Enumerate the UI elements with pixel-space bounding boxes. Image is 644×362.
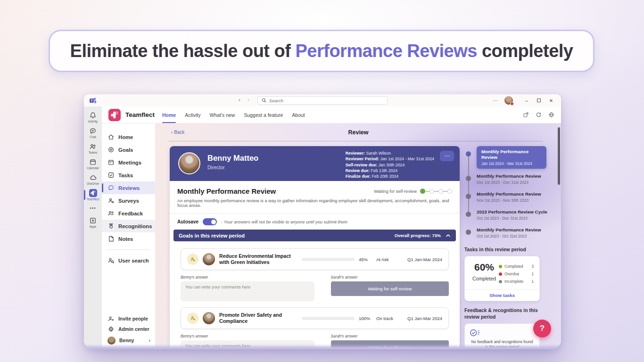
hero-text-after: completely	[482, 41, 573, 61]
teamflect-logo-icon	[108, 109, 121, 121]
goal-progress-bar	[302, 258, 355, 261]
invite-people-button[interactable]: Invite people	[102, 313, 155, 324]
meta-self-review-due: Self-review due: Jan 30th 2024	[346, 162, 434, 168]
home-icon	[107, 133, 115, 140]
sidebar-item-tasks[interactable]: Tasks	[102, 169, 155, 181]
search-bar[interactable]	[257, 96, 388, 105]
show-tasks-link[interactable]: Show tasks	[465, 289, 539, 301]
review-card: Benny Matteo Director Reviewer: Sarah Wi…	[170, 146, 460, 349]
app-header: Teamflect Home Activity What's new Sugge…	[102, 107, 561, 123]
timeline-item[interactable]: Monthly Performance Review Jan 1st 2024 …	[477, 146, 561, 169]
goal-answers: Benny's answer You can write your commen…	[181, 332, 449, 349]
tab-home[interactable]: Home	[162, 107, 176, 123]
app-tabs: Home Activity What's new Suggest a featu…	[162, 107, 305, 123]
goals-section-header[interactable]: Goals in this review period Overall prog…	[173, 230, 456, 241]
review-meta: Reviewer: Sarah Wilson Reviewer Period: …	[346, 150, 434, 179]
sidebar-item-meetings[interactable]: Meetings	[102, 156, 155, 169]
chevron-up-icon[interactable]	[446, 234, 451, 238]
nav-forward-icon[interactable]: ›	[248, 97, 249, 103]
sidebar-item-home[interactable]: Home	[102, 131, 155, 143]
stage-dot-3	[438, 189, 443, 194]
sidebar-item-user-search[interactable]: User search	[102, 254, 155, 267]
teams-logo-icon: T	[89, 97, 97, 104]
reviewer-answer-label: Sarah's answer	[331, 334, 449, 338]
goal-row[interactable]: Reduce Environmental Impact with Green I…	[181, 248, 449, 270]
feedback-empty-text: No feedback and recognitions found in th…	[470, 339, 535, 349]
tab-about[interactable]: About	[292, 107, 305, 123]
sidebar-item-reviews[interactable]: Reviews	[102, 181, 155, 194]
review-stage-indicator: Waiting for self-review	[374, 189, 452, 194]
feedback-empty-card: No feedback and recognitions found in th…	[464, 323, 540, 349]
rail-item-activity[interactable]: Activity	[84, 109, 102, 125]
bell-icon	[89, 112, 97, 119]
hero-text-before: Eliminate the hassle out of	[70, 41, 291, 61]
chevron-right-icon: ›	[149, 338, 150, 343]
timeline-item[interactable]: Monthly Performance Review Oct 1st 2023 …	[477, 226, 561, 240]
help-button[interactable]: ?	[533, 320, 551, 337]
goal-row[interactable]: Promote Driver Safety and Compliance 100…	[181, 307, 449, 329]
cloud-icon	[89, 174, 97, 181]
timeline-dot	[466, 194, 471, 199]
hero-banner: Eliminate the hassle out of Performance …	[49, 30, 594, 72]
tab-suggest-feature[interactable]: Suggest a feature	[244, 107, 283, 123]
brand-name: Teamflect	[125, 111, 155, 118]
sidebar-item-notes[interactable]: Notes	[102, 232, 155, 245]
goal-owner-badge-icon	[187, 254, 198, 265]
rail-item-apps[interactable]: Apps	[84, 214, 102, 230]
stage-label: Waiting for self-review	[374, 189, 417, 194]
globe-icon[interactable]	[548, 112, 554, 118]
timeline-item[interactable]: Monthly Performance Review Dec 1st 2023 …	[477, 172, 561, 187]
recognitions-icon	[107, 222, 115, 230]
overdue-dot	[499, 272, 502, 276]
close-button[interactable]: ✕	[545, 94, 557, 107]
nav-back-icon[interactable]: ‹	[239, 97, 240, 103]
incomplete-dot	[499, 280, 502, 283]
legend-row-completed: Completed 3	[499, 263, 535, 270]
stage-dot-2	[429, 189, 434, 194]
rail-item-teams[interactable]: Teams	[84, 140, 102, 156]
goal-answers: Benny's answer You can write your commen…	[181, 273, 449, 301]
user-avatar[interactable]	[504, 96, 513, 105]
sidebar-item-recognitions[interactable]: Recognitions	[102, 220, 155, 232]
tab-whats-new[interactable]: What's new	[209, 107, 235, 123]
employee-answer-input[interactable]: You can write your comments here	[181, 281, 314, 301]
rail-item-teamflect[interactable]: Teamflect	[84, 187, 102, 203]
minimize-button[interactable]: –	[520, 94, 533, 107]
goals-icon	[107, 146, 115, 153]
rail-more-icon[interactable]: •••	[90, 206, 96, 211]
goals-list: Reduce Environmental Impact with Green I…	[170, 241, 460, 349]
people-icon	[89, 143, 97, 150]
sidebar-user-button[interactable]: Benny ›	[102, 334, 155, 346]
user-search-icon	[107, 257, 115, 264]
timeline-dot	[466, 176, 471, 181]
review-more-button[interactable]: ⋯	[440, 151, 454, 161]
popout-icon[interactable]	[523, 112, 529, 118]
sidebar-item-feedback[interactable]: Feedback	[102, 207, 155, 220]
employee-answer-input[interactable]: You can write your comments here	[181, 340, 314, 349]
rail-item-onedrive[interactable]: OneDrive	[84, 172, 102, 187]
titlebar-more-icon[interactable]: ⋯	[493, 98, 498, 104]
timeline-item[interactable]: 2023 Performance Review Cycle Oct 1st 20…	[477, 208, 561, 222]
legend-row-incomplete: Incomplete 1	[499, 278, 535, 285]
tasks-legend: Completed 3 Overdue 1 Incomplete 1	[499, 262, 535, 285]
maximize-button[interactable]	[533, 94, 545, 107]
sidebar-item-goals[interactable]: Goals	[102, 143, 155, 156]
tasks-percent-label: Completed	[470, 276, 499, 281]
scrollbar-thumb[interactable]	[558, 127, 560, 185]
rail-item-calendar[interactable]: Calendar	[84, 156, 102, 172]
review-summary-section: Monthly Performance Review Waiting for s…	[170, 181, 460, 214]
timeline-dot	[466, 151, 471, 156]
autosave-toggle[interactable]	[203, 218, 217, 225]
goal-status: At risk	[376, 257, 397, 262]
rail-item-chat[interactable]: Chat	[84, 125, 102, 140]
search-icon	[262, 98, 266, 103]
feedback-empty-icon	[470, 329, 535, 337]
meetings-icon	[107, 159, 115, 166]
sidebar-item-surveys[interactable]: Surveys	[102, 194, 155, 207]
goal-title: Reduce Environmental Impact with Green I…	[219, 253, 297, 265]
tab-activity[interactable]: Activity	[185, 107, 200, 123]
refresh-icon[interactable]	[536, 112, 542, 118]
search-input[interactable]	[269, 98, 383, 103]
admin-center-button[interactable]: Admin center	[102, 324, 155, 334]
timeline-item[interactable]: Monthly Performance Review Nov 1st 2023 …	[477, 190, 561, 205]
